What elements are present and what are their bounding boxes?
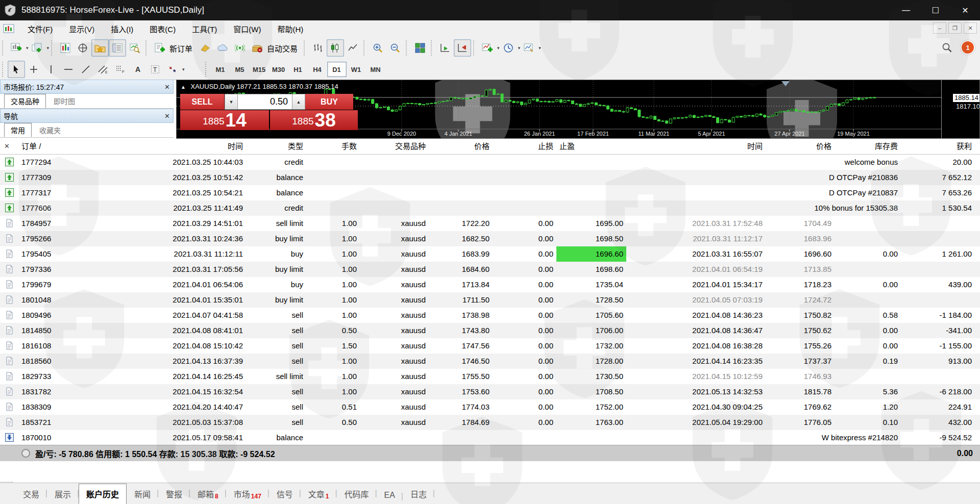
timeframe-button-m1[interactable]: M1	[211, 62, 230, 77]
market-watch-tab[interactable]: 即时图	[47, 94, 82, 108]
templates-button[interactable]	[520, 39, 537, 57]
terminal-tab-11[interactable]: EA|	[377, 487, 403, 504]
cursor-tool-button[interactable]	[8, 61, 25, 78]
zoom-out-button[interactable]	[386, 39, 404, 57]
terminal-tab-1[interactable]: 交易|	[15, 484, 47, 504]
metaeditor-button[interactable]	[197, 39, 214, 57]
toolbar-grip[interactable]	[205, 62, 209, 77]
text-tool-button[interactable]: A	[129, 61, 146, 78]
toolbar-grip[interactable]	[473, 40, 477, 56]
table-row[interactable]: 18537212021.05.03 15:37:08sell0.50xauusd…	[0, 415, 980, 430]
volume-increase-button[interactable]: ▲	[292, 94, 305, 110]
navigator-close-icon[interactable]: ✕	[164, 112, 170, 120]
timeframe-button-w1[interactable]: W1	[347, 62, 366, 77]
table-row[interactable]: 18383092021.04.20 14:40:47sell0.51xauusd…	[0, 399, 980, 415]
equidistant-channel-tool-button[interactable]: E	[94, 61, 112, 78]
profiles-dropdown-icon[interactable]: ▾	[47, 45, 50, 51]
timeframe-button-mn[interactable]: MN	[366, 62, 385, 77]
timeframe-button-h4[interactable]: H4	[308, 62, 327, 77]
menu-item-1[interactable]: 文件(F)	[19, 21, 61, 36]
fibonacci-tool-button[interactable]: F	[112, 61, 129, 78]
terminal-tab-3[interactable]: 账户历史	[79, 484, 127, 504]
data-window-button[interactable]	[74, 39, 91, 57]
toolbar-grip[interactable]	[304, 40, 307, 56]
history-column-header[interactable]: 价格	[766, 139, 835, 154]
table-row[interactable]: 17773092021.03.25 10:51:42balanceD OTCPa…	[0, 170, 980, 185]
notification-badge[interactable]: 1	[961, 40, 975, 55]
terminal-tab-4[interactable]: 新闻|	[127, 484, 158, 504]
timeframe-button-h1[interactable]: H1	[288, 62, 308, 77]
new-order-button[interactable]: 新订单	[169, 43, 192, 54]
table-row[interactable]: 18148502021.04.08 08:41:01sell0.50xauusd…	[0, 323, 980, 338]
periods-button[interactable]	[500, 39, 517, 57]
timeframe-button-m15[interactable]: M15	[250, 62, 269, 77]
chart-window[interactable]: 9 Dec 20204 Jan 202126 Jan 202117 Feb 20…	[176, 80, 980, 139]
timeframe-button-m30[interactable]: M30	[269, 62, 288, 77]
table-row[interactable]: 18185602021.04.13 16:37:39sell1.00xauusd…	[0, 354, 980, 369]
auto-scroll-button[interactable]	[436, 39, 454, 57]
history-column-header[interactable]: 获利	[901, 139, 975, 154]
table-row[interactable]: 17772942021.03.25 10:44:03creditwelcome …	[0, 155, 980, 170]
trendline-tool-button[interactable]	[77, 61, 94, 78]
terminal-tab-8[interactable]: 信号|	[269, 484, 301, 504]
table-row[interactable]: 18094962021.04.07 04:41:58sell1.00xauusd…	[0, 308, 980, 323]
crosshair-tool-button[interactable]	[25, 61, 42, 78]
chart-shift-marker-icon[interactable]	[781, 81, 790, 86]
indicators-button[interactable]	[479, 39, 496, 57]
table-row[interactable]: 18297332021.04.14 16:25:45sell limit1.00…	[0, 369, 980, 384]
mdi-restore-button[interactable]: ❐	[948, 22, 962, 34]
table-row[interactable]: 18010482021.04.01 15:35:01buy limit1.00x…	[0, 292, 980, 308]
terminal-tab-6[interactable]: 邮箱8|	[190, 484, 226, 504]
menu-item-2[interactable]: 显示(V)	[61, 21, 103, 36]
buy-button[interactable]: BUY	[305, 94, 353, 110]
volume-input[interactable]: 0.50	[238, 94, 292, 110]
mdi-minimize-button[interactable]: –	[933, 22, 946, 34]
toolbar-grip[interactable]	[406, 40, 409, 56]
market-watch-close-icon[interactable]: ✕	[164, 83, 170, 91]
horizontal-line-tool-button[interactable]	[60, 61, 77, 78]
maximize-button[interactable]: ☐	[921, 0, 950, 20]
candlestick-mode-button[interactable]	[327, 39, 344, 57]
table-row[interactable]: 17996792021.04.01 06:54:06buy1.00xauusd1…	[0, 277, 980, 292]
ask-price-display[interactable]: 1885 38	[270, 110, 358, 130]
history-column-header[interactable]: 类型	[246, 139, 306, 154]
market-watch-toggle-button[interactable]	[57, 39, 74, 57]
vertical-line-tool-button[interactable]	[42, 61, 60, 78]
minimize-button[interactable]: —	[891, 0, 921, 20]
toolbar-grip[interactable]	[363, 40, 367, 56]
menu-item-7[interactable]: 帮助(H)	[269, 21, 311, 36]
timeframe-button-m5[interactable]: M5	[230, 62, 250, 77]
history-column-header[interactable]: 止损	[493, 139, 556, 154]
terminal-tab-5[interactable]: 警报|	[158, 484, 190, 504]
history-column-header[interactable]: 交易品种	[360, 139, 429, 154]
volume-decrease-button[interactable]: ▼	[225, 94, 238, 110]
mdi-close-button[interactable]: ✕	[964, 22, 977, 34]
navigator-tab[interactable]: 收藏夹	[33, 123, 67, 137]
table-row[interactable]: 17952662021.03.31 10:24:36buy limit1.00x…	[0, 231, 980, 246]
signals-button[interactable]	[231, 39, 249, 57]
timeframe-button-d1[interactable]: D1	[327, 62, 347, 77]
arrows-tool-button[interactable]	[164, 61, 181, 78]
toolbar-grip[interactable]	[2, 62, 6, 77]
terminal-tab-2[interactable]: 展示|	[47, 484, 79, 504]
indicators-dropdown-icon[interactable]: ▾	[497, 45, 500, 51]
autotrading-icon[interactable]	[249, 39, 266, 57]
arrows-dropdown-icon[interactable]: ▾	[182, 67, 185, 72]
terminal-toggle-button[interactable]	[109, 39, 126, 57]
history-column-header[interactable]: 止盈	[556, 139, 626, 154]
bar-chart-mode-button[interactable]	[309, 39, 327, 57]
toolbar-grip[interactable]	[145, 40, 149, 56]
toolbar-grip[interactable]	[51, 40, 55, 56]
table-row[interactable]: 17776062021.03.25 11:41:49credit10% bonu…	[0, 200, 980, 216]
terminal-tab-7[interactable]: 市场147|	[226, 484, 269, 504]
history-column-header[interactable]: 库存费	[835, 139, 901, 154]
close-button[interactable]: ✕	[950, 0, 980, 20]
collapse-triangle-icon[interactable]: ▲	[181, 84, 186, 90]
table-row[interactable]: 17954052021.03.31 11:12:11buy1.00xauusd1…	[0, 246, 980, 262]
history-column-header[interactable]: 时间	[95, 139, 246, 154]
table-row[interactable]: 18700102021.05.17 09:58:41balanceW bitex…	[0, 430, 980, 445]
history-column-header[interactable]: 价格	[429, 139, 493, 154]
bid-price-display[interactable]: 1885 14	[180, 110, 269, 130]
templates-dropdown-icon[interactable]: ▾	[538, 45, 541, 51]
history-column-header[interactable]: 手数	[306, 139, 360, 154]
